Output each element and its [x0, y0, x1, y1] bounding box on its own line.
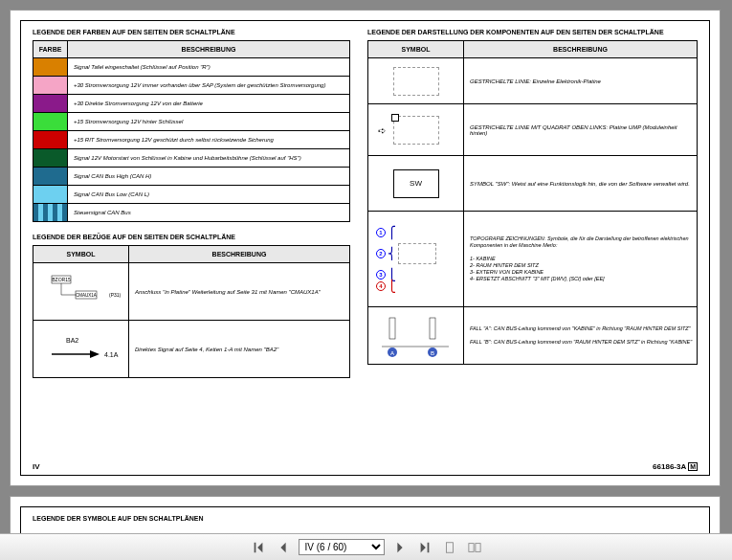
symbol-cell: ➪	[368, 104, 464, 156]
darst-desc: TOPOGRAFIE ZEICHNUNGEN: Symbole, die für…	[464, 212, 698, 307]
page-select[interactable]: IV (6 / 60)	[299, 539, 385, 555]
darst-desc: GESTRICHELTE LINIE: Einzelne Elektronik-…	[464, 58, 698, 104]
darst-title: LEGENDE DER DARSTELLUNG DER KOMPONENTEN …	[367, 29, 698, 35]
color-desc: +15 RIT Stromversorgung 12V geschützt du…	[68, 131, 350, 149]
darst-desc: SYMBOL "SW": Weist auf eine Funktionslog…	[464, 156, 698, 212]
darst-table: SYMBOL BESCHREIBUNG GESTRICHELTE LINIE: …	[367, 40, 698, 365]
colors-table: FARBE BESCHREIBUNG Signal Tafel eingesch…	[33, 40, 350, 222]
pdf-toolbar: IV (6 / 60)	[0, 533, 732, 560]
svg-rect-12	[430, 318, 435, 339]
darst-desc: GESTRICHELTE LINIE MIT QUADRAT OBEN LINK…	[464, 104, 698, 156]
page-number-left: IV	[33, 462, 40, 471]
dashed-box-icon	[393, 67, 439, 96]
svg-text:A: A	[390, 350, 394, 356]
color-swatch	[33, 168, 67, 185]
table-row: Signal Tafel eingeschaltet (Schlüssel au…	[33, 58, 350, 77]
symbol-cell: 1⎧2⎨3⎩4⎩	[368, 212, 464, 307]
bezuge-desc: Anschluss "in Platine" Weiterleitung auf…	[129, 263, 350, 321]
symbol-cell: SW	[368, 156, 464, 212]
dashed-box-square-icon	[393, 116, 439, 145]
colors-legend-title: LEGENDE DER FARBEN AUF DEN SEITEN DER SC…	[33, 29, 350, 35]
table-row: Steuersignal CAN Bus	[33, 204, 350, 222]
col-farbe: FARBE	[33, 41, 68, 58]
first-page-icon	[252, 541, 265, 554]
color-desc: +30 Stromversorgung 12V immer vorhanden …	[68, 77, 350, 95]
svg-text:(P31): (P31)	[109, 292, 122, 298]
table-row: GESTRICHELTE LINIE: Einzelne Elektronik-…	[368, 58, 698, 104]
color-swatch	[33, 186, 67, 203]
color-swatch	[33, 95, 67, 112]
col-besch: BESCHREIBUNG	[68, 41, 350, 58]
arrow-icon: ➪	[378, 125, 386, 136]
darst-desc: FALL "A": CAN BUS-Leitung kommend von "K…	[464, 307, 698, 365]
table-row: Signal 12V Motorstart von Schlüssel in K…	[33, 149, 350, 168]
svg-rect-18	[446, 542, 453, 552]
color-swatch	[33, 204, 67, 221]
last-page-icon	[418, 541, 432, 554]
svg-rect-19	[468, 543, 473, 551]
platine-symbol-icon: BZOR15CMAUX1A(P31)	[37, 268, 123, 316]
arrow-symbol-icon: BA24.1A	[37, 325, 123, 373]
color-swatch	[33, 77, 67, 94]
svg-marker-9	[90, 350, 100, 358]
svg-text:BA2: BA2	[66, 337, 78, 344]
next-page-icon	[393, 541, 407, 554]
table-row: Signal CAN Bus High (CAN H)	[33, 168, 350, 186]
table-row: +15 RIT Stromversorgung 12V geschützt du…	[33, 131, 350, 149]
color-desc: Signal Tafel eingeschaltet (Schlüssel au…	[68, 58, 350, 77]
color-swatch	[33, 58, 67, 76]
col-symbol: SYMBOL	[368, 41, 464, 58]
table-row: +30 Direkte Stromversorgung 12V von der …	[33, 95, 350, 113]
next-page-button[interactable]	[390, 541, 410, 554]
symbol-cell: BA24.1A	[33, 321, 129, 378]
bezuge-title: LEGENDE DER BEZÜGE AUF DEN SEITEN DER SC…	[33, 234, 350, 240]
page-number-right: 66186-3A M	[653, 462, 698, 471]
dual-page-icon	[468, 541, 481, 554]
color-desc: +15 Stromversorgung 12V hinter Schlüssel	[68, 113, 350, 131]
table-row: ➪GESTRICHELTE LINIE MIT QUADRAT OBEN LIN…	[368, 104, 698, 156]
table-row: +30 Stromversorgung 12V immer vorhanden …	[33, 77, 350, 95]
color-desc: Steuersignal CAN Bus	[68, 204, 350, 222]
document-page-1: LEGENDE DER FARBEN AUF DEN SEITEN DER SC…	[10, 10, 721, 486]
table-row: 1⎧2⎨3⎩4⎩TOPOGRAFIE ZEICHNUNGEN: Symbole,…	[368, 212, 698, 307]
color-swatch	[33, 113, 67, 130]
canbus-symbol-icon: AB	[372, 312, 458, 360]
last-page-button[interactable]	[415, 541, 434, 554]
table-row: ABFALL "A": CAN BUS-Leitung kommend von …	[368, 307, 698, 365]
single-page-icon	[443, 541, 456, 554]
svg-text:BZOR15: BZOR15	[52, 277, 71, 282]
symbol-cell: AB	[368, 307, 464, 365]
svg-text:B: B	[431, 350, 434, 356]
prev-page-button[interactable]	[274, 541, 293, 554]
table-row: BZOR15CMAUX1A(P31)Anschluss "in Platine"…	[33, 263, 350, 321]
color-swatch	[33, 149, 67, 167]
symbol-cell	[368, 58, 464, 104]
color-swatch	[33, 131, 67, 148]
dual-page-button[interactable]	[465, 541, 484, 554]
color-desc: Signal CAN Bus Low (CAN L)	[68, 186, 350, 204]
svg-text:4.1A: 4.1A	[104, 351, 119, 358]
prev-page-icon	[277, 541, 290, 554]
table-row: +15 Stromversorgung 12V hinter Schlüssel	[33, 113, 350, 131]
bezuge-table: SYMBOL BESCHREIBUNG BZOR15CMAUX1A(P31)An…	[33, 245, 350, 378]
single-page-button[interactable]	[440, 541, 459, 554]
sw-box-icon: SW	[393, 169, 439, 198]
logo-icon: M	[688, 462, 698, 471]
color-desc: Signal 12V Motorstart von Schlüssel in K…	[68, 149, 350, 168]
svg-text:CMAUX1A: CMAUX1A	[76, 293, 97, 298]
svg-rect-20	[475, 543, 479, 551]
table-row: Signal CAN Bus Low (CAN L)	[33, 186, 350, 204]
bezuge-desc: Direktes Signal auf Seite 4, Ketten 1-A …	[129, 321, 350, 378]
col-symbol: SYMBOL	[33, 246, 129, 263]
color-desc: +30 Direkte Stromversorgung 12V von der …	[68, 95, 350, 113]
col-besch: BESCHREIBUNG	[129, 246, 350, 263]
table-row: SWSYMBOL "SW": Weist auf eine Funktionsl…	[368, 156, 698, 212]
table-row: BA24.1ADirektes Signal auf Seite 4, Kett…	[33, 321, 350, 378]
col-besch: BESCHREIBUNG	[464, 41, 698, 58]
page2-title: LEGENDE DER SYMBOLE AUF DEN SCHALTPLÄNEN	[33, 515, 698, 522]
symbol-cell: BZOR15CMAUX1A(P31)	[33, 263, 129, 321]
svg-rect-11	[389, 318, 395, 339]
first-page-button[interactable]	[249, 541, 268, 554]
color-desc: Signal CAN Bus High (CAN H)	[68, 168, 350, 186]
topo-symbol-icon: 1⎧2⎨3⎩4⎩	[372, 224, 459, 295]
